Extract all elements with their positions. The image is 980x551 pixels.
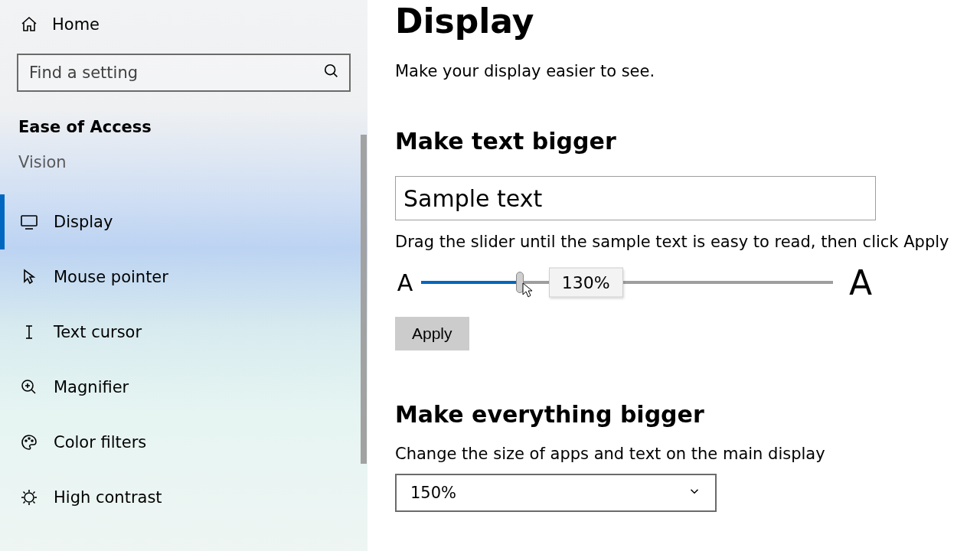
search-input-field[interactable] bbox=[29, 64, 293, 82]
scale-dropdown-value: 150% bbox=[410, 484, 456, 502]
search-input[interactable] bbox=[17, 54, 351, 92]
svg-line-17 bbox=[24, 492, 25, 494]
everything-bigger-sub: Change the size of apps and text on the … bbox=[395, 445, 952, 463]
page-title: Display bbox=[395, 2, 952, 41]
svg-rect-2 bbox=[21, 216, 37, 226]
sidebar-item-label: Magnifier bbox=[54, 378, 129, 396]
sample-text: Sample text bbox=[403, 185, 542, 212]
slider-thumb[interactable] bbox=[516, 272, 524, 293]
svg-point-12 bbox=[24, 493, 34, 502]
letter-small-icon: A bbox=[395, 269, 415, 296]
page-subtitle: Make your display easier to see. bbox=[395, 62, 952, 80]
svg-point-9 bbox=[25, 440, 27, 442]
svg-line-20 bbox=[33, 492, 34, 494]
slider-track[interactable]: 130% bbox=[421, 281, 833, 284]
sidebar-item-label: Display bbox=[54, 213, 113, 231]
sidebar-item-label: Text cursor bbox=[54, 323, 142, 341]
sidebar-item-display[interactable]: Display bbox=[0, 194, 368, 249]
magnifier-icon bbox=[18, 377, 40, 398]
slider-fill bbox=[421, 281, 520, 284]
monitor-icon bbox=[18, 211, 40, 233]
pointer-icon bbox=[18, 266, 40, 288]
home-label: Home bbox=[52, 15, 100, 34]
svg-line-1 bbox=[334, 73, 338, 77]
sample-text-box: Sample text bbox=[395, 176, 876, 220]
sidebar-nav: Display Mouse pointer bbox=[0, 194, 368, 525]
sidebar-section-title: Ease of Access bbox=[0, 92, 368, 136]
contrast-icon bbox=[18, 487, 40, 508]
heading-make-text-bigger: Make text bigger bbox=[395, 128, 952, 155]
letter-big-icon: A bbox=[845, 263, 876, 302]
scrollbar-thumb[interactable] bbox=[361, 135, 367, 464]
svg-point-10 bbox=[28, 438, 30, 439]
sidebar-item-magnifier[interactable]: Magnifier bbox=[0, 360, 368, 415]
svg-line-18 bbox=[33, 501, 34, 503]
scale-dropdown[interactable]: 150% bbox=[395, 474, 717, 512]
text-size-slider[interactable]: A 130% A bbox=[395, 260, 876, 305]
svg-point-0 bbox=[325, 65, 335, 75]
sidebar-item-label: Color filters bbox=[54, 433, 146, 452]
sidebar-item-label: High contrast bbox=[54, 488, 162, 507]
home-icon bbox=[18, 14, 40, 35]
heading-make-everything-bigger: Make everything bigger bbox=[395, 401, 952, 428]
sidebar-item-mouse-pointer[interactable]: Mouse pointer bbox=[0, 249, 368, 305]
sidebar-item-text-cursor[interactable]: Text cursor bbox=[0, 305, 368, 360]
text-cursor-icon bbox=[18, 321, 40, 343]
sidebar-item-label: Mouse pointer bbox=[54, 268, 168, 286]
sidebar: Home Ease of Access Vision bbox=[0, 0, 368, 551]
slider-hint: Drag the slider until the sample text is… bbox=[395, 233, 952, 251]
sidebar-group-label: Vision bbox=[0, 136, 368, 171]
sidebar-item-home[interactable]: Home bbox=[0, 5, 368, 46]
sidebar-item-high-contrast[interactable]: High contrast bbox=[0, 470, 368, 525]
main-content: Display Make your display easier to see.… bbox=[368, 0, 980, 551]
slider-tooltip: 130% bbox=[549, 268, 623, 298]
search-icon bbox=[323, 63, 340, 83]
svg-line-6 bbox=[31, 390, 35, 393]
palette-icon bbox=[18, 432, 40, 453]
svg-line-19 bbox=[24, 501, 25, 503]
sidebar-scrollbar[interactable] bbox=[360, 0, 368, 551]
apply-button[interactable]: Apply bbox=[395, 317, 469, 350]
chevron-down-icon bbox=[688, 484, 701, 502]
sidebar-item-color-filters[interactable]: Color filters bbox=[0, 415, 368, 470]
svg-point-11 bbox=[31, 440, 33, 442]
